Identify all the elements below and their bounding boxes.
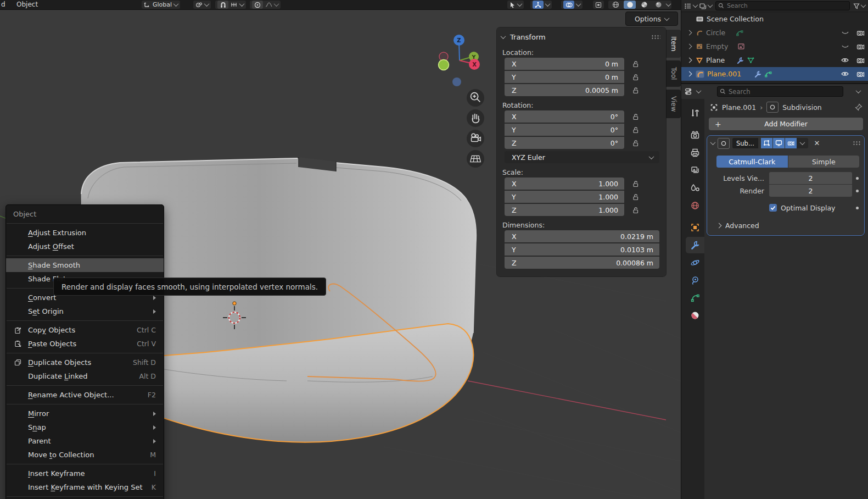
- magnet-icon[interactable]: [217, 1, 228, 9]
- lock-icon[interactable]: [624, 126, 646, 134]
- rotation-x-field[interactable]: X0°: [505, 110, 624, 123]
- location-z-field[interactable]: Z0.0005 m: [505, 84, 624, 96]
- tab-render[interactable]: [686, 127, 704, 143]
- menu-object[interactable]: Object: [16, 1, 38, 8]
- menu-item-mirror[interactable]: Mirror: [6, 407, 164, 420]
- breadcrumb-modifier[interactable]: Subdivision: [782, 103, 822, 112]
- menu-item-parent[interactable]: Parent: [6, 434, 164, 448]
- menu-item-copy-objects[interactable]: Copy Objects Ctrl C: [6, 323, 164, 337]
- dimensions-x-field[interactable]: X0.0219 m: [505, 230, 659, 242]
- camera-visibility-icon[interactable]: [853, 57, 868, 64]
- chevron-down-icon[interactable]: [696, 88, 702, 93]
- overlays-toggle-group[interactable]: [561, 1, 583, 9]
- tab-output[interactable]: [686, 145, 704, 161]
- tab-world[interactable]: [686, 197, 704, 214]
- menu-item-set-origin[interactable]: Set Origin: [6, 304, 164, 318]
- display-mode-icon[interactable]: [684, 3, 692, 9]
- shading-material-icon[interactable]: [638, 1, 650, 9]
- gizmo-icon[interactable]: [533, 1, 544, 9]
- expand-icon[interactable]: [685, 58, 693, 62]
- location-x-field[interactable]: X0 m: [505, 58, 624, 70]
- menu-item-adjust-offset[interactable]: Adjust Offset: [6, 240, 164, 253]
- drag-grip-icon[interactable]: [651, 35, 660, 40]
- expand-icon[interactable]: [685, 31, 693, 35]
- rotation-y-field[interactable]: Y0°: [505, 124, 624, 136]
- modifier-panel-header[interactable]: Sub... ✕: [707, 136, 864, 151]
- menu-item-snap[interactable]: Snap: [6, 420, 164, 434]
- editor-divider[interactable]: [681, 0, 681, 499]
- properties-editor-icon[interactable]: [685, 88, 693, 95]
- tab-constraints[interactable]: [686, 272, 704, 289]
- menu-item-duplicate-linked[interactable]: Duplicate Linked Alt D: [6, 369, 164, 383]
- menu-item-insert-keyframe[interactable]: Insert Keyframe I: [6, 467, 164, 480]
- grid-toggle-button[interactable]: [467, 150, 484, 168]
- collapse-icon[interactable]: [710, 140, 716, 145]
- navigation-gizmo[interactable]: Z Y X: [436, 30, 486, 90]
- menu-item-insert-keyframe-keying-set[interactable]: Insert Keyframe with Keying Set K: [6, 480, 164, 494]
- animate-dot[interactable]: [852, 207, 862, 209]
- menu-mode-partial[interactable]: d: [1, 1, 5, 8]
- tab-object-data[interactable]: [686, 290, 704, 306]
- menu-item-duplicate-objects[interactable]: Duplicate Objects Shift D: [6, 356, 164, 369]
- lock-icon[interactable]: [624, 140, 646, 147]
- xray-toggle[interactable]: [593, 1, 604, 9]
- tab-material[interactable]: [686, 307, 704, 324]
- scale-y-field[interactable]: Y1.000: [505, 191, 624, 203]
- tab-item[interactable]: Item: [666, 30, 681, 58]
- expand-icon[interactable]: [685, 72, 693, 76]
- realtime-display-toggle[interactable]: [773, 138, 785, 148]
- tab-tool[interactable]: [686, 105, 704, 121]
- delete-modifier-icon[interactable]: ✕: [812, 139, 822, 147]
- shading-solid-icon[interactable]: [624, 1, 636, 9]
- proportional-editing-icon[interactable]: [252, 1, 263, 9]
- camera-visibility-icon[interactable]: [853, 30, 868, 36]
- outliner-row-circle[interactable]: Circle: [681, 26, 868, 40]
- chevron-down-icon[interactable]: [708, 2, 713, 8]
- levels-viewport-field[interactable]: 2: [769, 172, 852, 184]
- outliner-search-input[interactable]: [715, 1, 850, 10]
- scale-z-field[interactable]: Z1.000: [505, 204, 624, 216]
- render-display-toggle[interactable]: [785, 138, 797, 148]
- tab-scene[interactable]: [686, 180, 704, 196]
- modifier-name-field[interactable]: Sub...: [732, 138, 758, 148]
- rotation-z-field[interactable]: Z0°: [505, 137, 624, 149]
- chevron-down-icon[interactable]: [666, 1, 671, 7]
- chevron-down-icon[interactable]: [861, 2, 866, 8]
- lock-icon[interactable]: [624, 60, 646, 68]
- pivot-point-dropdown[interactable]: [193, 1, 211, 9]
- transform-orientation-dropdown[interactable]: Global: [142, 1, 180, 9]
- lock-icon[interactable]: [624, 113, 646, 120]
- tab-object[interactable]: [686, 219, 704, 236]
- outliner-row-empty[interactable]: Empty: [681, 40, 868, 53]
- animate-dot[interactable]: [852, 177, 862, 180]
- properties-search-input[interactable]: [717, 86, 843, 97]
- scale-x-field[interactable]: X1.000: [505, 178, 624, 190]
- drag-grip-icon[interactable]: [853, 141, 860, 146]
- tab-tool[interactable]: Tool: [666, 60, 681, 86]
- menu-item-shade-smooth[interactable]: Shade Smooth: [6, 258, 164, 272]
- lock-icon[interactable]: [624, 180, 646, 187]
- advanced-section-toggle[interactable]: Advanced: [717, 221, 864, 230]
- outliner-row-scene-collection[interactable]: Scene Collection: [681, 12, 868, 26]
- eye-open-icon[interactable]: [837, 57, 853, 63]
- options-button[interactable]: Options: [625, 12, 678, 26]
- display-filter-icon[interactable]: [699, 3, 707, 9]
- tab-physics[interactable]: [686, 254, 704, 271]
- menu-item-paste-objects[interactable]: Paste Objects Ctrl V: [6, 337, 164, 351]
- simple-button[interactable]: Simple: [788, 156, 860, 168]
- tab-modifiers-active[interactable]: [686, 237, 704, 253]
- breadcrumb-object[interactable]: Plane.001: [722, 103, 756, 112]
- chevron-down-icon[interactable]: [856, 88, 861, 93]
- render-levels-field[interactable]: 2: [769, 185, 852, 197]
- zoom-button[interactable]: [467, 89, 484, 107]
- camera-view-button[interactable]: [467, 130, 484, 147]
- eye-open-icon[interactable]: [837, 71, 853, 77]
- outliner-row-plane[interactable]: Plane: [681, 53, 868, 67]
- gizmos-toggle-group[interactable]: [530, 1, 552, 9]
- shading-wireframe-icon[interactable]: [609, 1, 621, 9]
- outliner-row-plane001-selected[interactable]: Plane.001: [681, 67, 868, 81]
- add-modifier-button[interactable]: + Add Modifier: [709, 118, 863, 130]
- shading-rendered-icon[interactable]: [652, 1, 664, 9]
- location-y-field[interactable]: Y0 m: [505, 71, 624, 83]
- pan-button[interactable]: [467, 109, 484, 127]
